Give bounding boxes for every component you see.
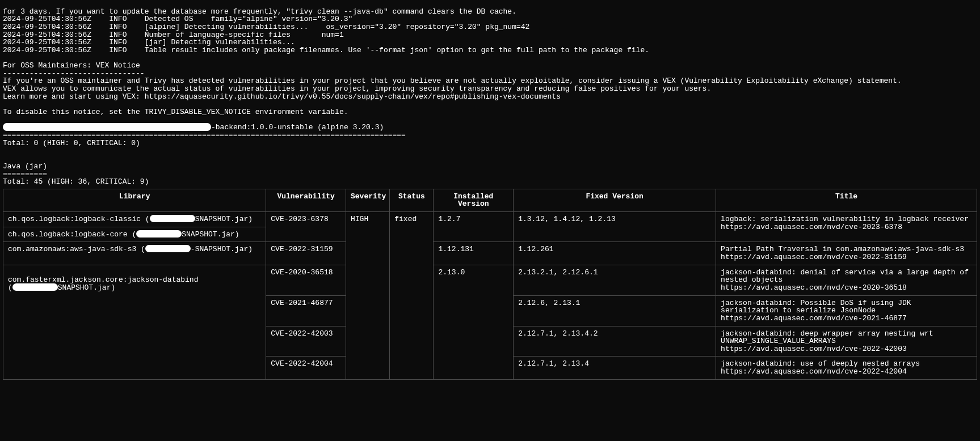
totals-alpine: Total: 0 (HIGH: 0, CRITICAL: 0): [3, 139, 140, 147]
cell-installed: 2.13.0: [434, 265, 514, 379]
cell-title: Partial Path Traversal in com.amazonaws:…: [716, 242, 977, 265]
library-suffix: SNAPSHOT.jar): [58, 283, 115, 292]
table-row: com.amazonaws:aws-java-sdk-s3 (-SNAPSHOT…: [3, 242, 977, 265]
cell-library: ch.qos.logback:logback-core (SNAPSHOT.ja…: [3, 227, 266, 242]
cell-cve: CVE-2021-46877: [266, 295, 346, 326]
col-library: Library: [3, 189, 266, 211]
table-row: com.fasterxml.jackson.core:jackson-datab…: [3, 265, 977, 295]
log-line: 2024-09-25T04:30:56Z INFO Table result i…: [3, 46, 649, 54]
library-suffix: -SNAPSHOT.jar): [191, 245, 253, 253]
col-severity: Severity: [346, 189, 390, 211]
cell-status: fixed: [390, 212, 434, 380]
cell-fixed: 2.12.7.1, 2.13.4.2: [514, 326, 716, 357]
library-prefix: ch.qos.logback:logback-core (: [8, 230, 136, 239]
cell-cve: CVE-2022-42003: [266, 326, 346, 357]
cell-fixed: 1.12.261: [514, 242, 716, 265]
cell-fixed: 2.13.2.1, 2.12.6.1: [514, 265, 716, 295]
cell-cve: CVE-2022-42004: [266, 357, 346, 379]
redacted-text: [145, 245, 191, 252]
redacted-text: [150, 215, 195, 222]
cell-title: jackson-databind: deep wrapper array nes…: [716, 326, 977, 357]
vulnerability-table: Library Vulnerability Severity Status In…: [3, 189, 977, 380]
library-prefix: ch.qos.logback:logback-classic (: [8, 215, 150, 223]
library-suffix: SNAPSHOT.jar): [195, 215, 253, 223]
cell-severity: HIGH: [346, 212, 390, 380]
table-row: ch.qos.logback:logback-classic (SNAPSHOT…: [3, 212, 977, 227]
vex-disable: To disable this notice, set the TRIVY_DI…: [3, 108, 348, 116]
cell-installed: 1.2.7: [434, 212, 514, 242]
terminal-output: for 3 days. If you want to update the da…: [0, 0, 980, 186]
totals-java: Total: 45 (HIGH: 36, CRITICAL: 9): [3, 177, 149, 186]
cell-cve: CVE-2023-6378: [266, 212, 346, 242]
col-vulnerability: Vulnerability: [266, 189, 346, 211]
cell-cve: CVE-2020-36518: [266, 265, 346, 295]
cell-installed: 1.12.131: [434, 242, 514, 265]
cell-fixed: 2.12.6, 2.13.1: [514, 295, 716, 326]
cell-title: jackson-databind: Possible DoS if using …: [716, 295, 977, 326]
library-prefix: com.amazonaws:aws-java-sdk-s3 (: [8, 245, 145, 253]
redacted-text: [136, 230, 182, 238]
cell-fixed: 2.12.7.1, 2.13.4: [514, 357, 716, 379]
cell-title: logback: serialization vulnerability in …: [716, 212, 977, 242]
col-installed-version: Installed Version: [434, 189, 514, 211]
cell-title: jackson-databind: denial of service via …: [716, 265, 977, 295]
vex-text: Learn more and start using VEX: https://…: [3, 92, 561, 101]
col-fixed-version: Fixed Version: [514, 189, 716, 211]
library-suffix: SNAPSHOT.jar): [182, 230, 239, 239]
col-status: Status: [390, 189, 434, 211]
cell-library: com.fasterxml.jackson.core:jackson-datab…: [3, 265, 266, 379]
col-title: Title: [716, 189, 977, 211]
table-header-row: Library Vulnerability Severity Status In…: [3, 189, 977, 211]
redacted-text: [12, 283, 58, 291]
cell-title: jackson-databind: use of deeply nested a…: [716, 357, 977, 379]
redacted-image-name: [3, 123, 211, 131]
cell-cve: CVE-2022-31159: [266, 242, 346, 265]
cell-library: ch.qos.logback:logback-classic (SNAPSHOT…: [3, 212, 266, 227]
cell-library: com.amazonaws:aws-java-sdk-s3 (-SNAPSHOT…: [3, 242, 266, 265]
cell-fixed: 1.3.12, 1.4.12, 1.2.13: [514, 212, 716, 242]
